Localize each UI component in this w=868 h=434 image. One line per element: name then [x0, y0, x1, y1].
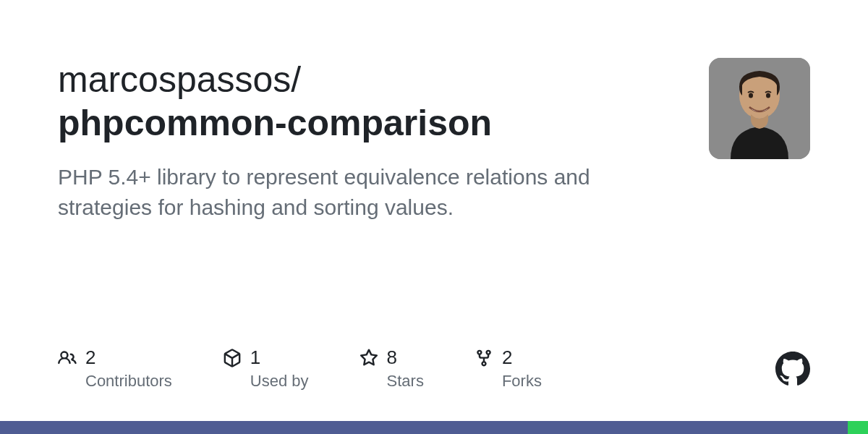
star-icon: [359, 349, 378, 367]
repo-description: PHP 5.4+ library to represent equivalenc…: [58, 162, 651, 223]
language-bar: [0, 421, 868, 434]
stats-row: 2 Contributors 1 Used by 8 Stars: [58, 346, 810, 391]
header-row: marcospassos/ phpcommon-comparison PHP 5…: [58, 58, 810, 223]
avatar: [709, 58, 810, 159]
stats-group: 2 Contributors 1 Used by 8 Stars: [58, 346, 542, 391]
svg-point-2: [749, 93, 753, 98]
social-card: marcospassos/ phpcommon-comparison PHP 5…: [0, 0, 868, 434]
language-segment-accent: [848, 421, 868, 434]
stat-label: Stars: [387, 372, 424, 391]
fork-icon: [475, 349, 493, 367]
package-icon: [223, 349, 242, 367]
github-logo-icon: [775, 352, 810, 386]
svg-point-3: [766, 93, 770, 98]
stat-value: 8: [387, 346, 397, 369]
stat-value: 2: [502, 346, 512, 369]
stat-label: Contributors: [85, 372, 172, 391]
title-block: marcospassos/ phpcommon-comparison PHP 5…: [58, 58, 709, 223]
stat-value: 2: [85, 346, 95, 369]
repo-name: phpcommon-comparison: [58, 103, 492, 143]
repo-title: marcospassos/ phpcommon-comparison: [58, 58, 680, 145]
stat-forks: 2 Forks: [475, 346, 542, 391]
stat-label: Forks: [502, 372, 542, 391]
people-icon: [58, 349, 77, 367]
stat-label: Used by: [250, 372, 309, 391]
stat-usedby: 1 Used by: [223, 346, 309, 391]
stat-value: 1: [250, 346, 260, 369]
language-segment-primary: [0, 421, 848, 434]
stat-contributors: 2 Contributors: [58, 346, 172, 391]
avatar-image: [709, 58, 810, 159]
stat-stars: 8 Stars: [359, 346, 424, 391]
repo-owner: marcospassos: [58, 59, 291, 100]
